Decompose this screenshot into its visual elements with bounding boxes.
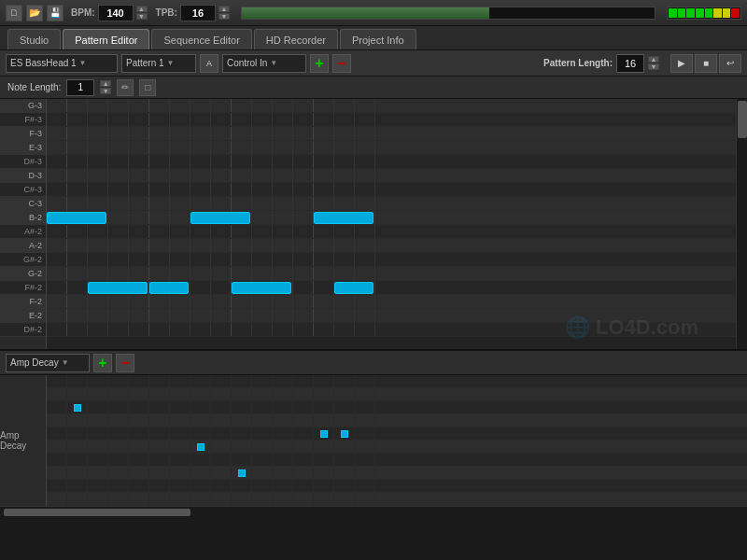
grid-cell[interactable] <box>67 267 88 280</box>
amp-cell[interactable] <box>190 480 211 492</box>
key-ds3[interactable]: D#-3 <box>0 155 46 169</box>
remove-pattern-button[interactable]: − <box>332 54 351 73</box>
amp-cell[interactable] <box>67 388 88 400</box>
grid-cell[interactable] <box>273 99 293 112</box>
grid-cell[interactable] <box>273 309 293 322</box>
amp-cell[interactable] <box>47 441 67 453</box>
instrument-dropdown[interactable]: ES BassHead 1 ▼ <box>6 54 118 73</box>
amp-cell[interactable] <box>293 467 314 479</box>
grid-cell[interactable] <box>293 141 314 154</box>
loop-button[interactable]: ↩ <box>719 54 741 73</box>
amp-cell[interactable] <box>88 401 108 413</box>
grid-cell[interactable] <box>334 155 355 168</box>
new-icon[interactable]: 🗋 <box>6 5 22 21</box>
grid-cell[interactable] <box>88 295 108 308</box>
open-icon[interactable]: 📂 <box>26 5 43 21</box>
amp-cell[interactable] <box>149 375 170 387</box>
amp-cell[interactable] <box>252 467 273 479</box>
grid-cell[interactable] <box>355 99 375 112</box>
bpm-spinner[interactable]: ▲ ▼ <box>136 6 148 20</box>
amp-cell[interactable] <box>88 388 108 400</box>
grid-cell[interactable] <box>170 239 190 252</box>
grid-cell[interactable] <box>88 197 108 210</box>
amp-cell[interactable] <box>334 401 355 413</box>
grid-cell[interactable] <box>170 309 190 322</box>
amp-cell[interactable] <box>88 375 108 387</box>
grid-cell[interactable] <box>67 141 88 154</box>
amp-cell[interactable] <box>108 414 129 427</box>
amp-cell[interactable] <box>232 493 252 505</box>
amp-cell[interactable] <box>129 375 149 387</box>
note-length-up[interactable]: ▲ <box>100 80 111 87</box>
grid-cell[interactable] <box>170 267 190 280</box>
amp-cell[interactable] <box>211 467 232 479</box>
grid-cell[interactable] <box>190 113 211 126</box>
amp-cell[interactable] <box>149 414 170 427</box>
grid-cell[interactable] <box>293 169 314 182</box>
grid-cell[interactable] <box>211 113 232 126</box>
grid-cell[interactable] <box>314 225 334 238</box>
grid-cell[interactable] <box>108 309 129 322</box>
grid-cell[interactable] <box>211 309 232 322</box>
key-e2[interactable]: E-2 <box>0 309 46 323</box>
grid-cell[interactable] <box>252 253 273 266</box>
grid-cell[interactable] <box>149 113 170 126</box>
vertical-scrollbar[interactable] <box>736 99 747 349</box>
grid-cell[interactable] <box>190 155 211 168</box>
amp-cell[interactable] <box>252 401 273 413</box>
grid-cell[interactable] <box>108 323 129 336</box>
grid-cell[interactable] <box>129 323 149 336</box>
amp-cell[interactable] <box>273 480 293 492</box>
amp-decay-dropdown[interactable]: Amp Decay ▼ <box>6 354 90 372</box>
amp-cell[interactable] <box>252 441 273 453</box>
grid-cell[interactable] <box>108 225 129 238</box>
grid-cell[interactable] <box>355 225 375 238</box>
grid-cell[interactable] <box>314 295 334 308</box>
amp-cell[interactable] <box>273 454 293 466</box>
grid-cell[interactable] <box>252 183 273 196</box>
grid-cell[interactable] <box>252 239 273 252</box>
grid-cell[interactable] <box>314 169 334 182</box>
amp-cell[interactable] <box>314 454 334 466</box>
grid-cell[interactable] <box>293 99 314 112</box>
amp-cell[interactable] <box>273 414 293 427</box>
grid-cell[interactable] <box>232 183 252 196</box>
tab-studio[interactable]: Studio <box>7 29 61 49</box>
grid-cell[interactable] <box>211 281 232 294</box>
grid-cell[interactable] <box>47 267 67 280</box>
grid-cell[interactable] <box>67 183 88 196</box>
grid-cell[interactable] <box>232 197 252 210</box>
amp-cell[interactable] <box>314 480 334 492</box>
amp-cell[interactable] <box>314 401 334 413</box>
amp-cell[interactable] <box>232 427 252 440</box>
grid-cell[interactable] <box>170 295 190 308</box>
grid-cell[interactable] <box>314 239 334 252</box>
amp-cell[interactable] <box>47 467 67 479</box>
grid-cell[interactable] <box>108 267 129 280</box>
tpb-spinner[interactable]: ▲ ▼ <box>218 6 230 20</box>
grid-cell[interactable] <box>355 113 375 126</box>
play-button[interactable]: ▶ <box>670 54 693 73</box>
amp-cell[interactable] <box>129 401 149 413</box>
grid-cell[interactable] <box>273 239 293 252</box>
grid-cell[interactable] <box>211 99 232 112</box>
grid-cell[interactable] <box>108 155 129 168</box>
amp-cell[interactable] <box>47 493 67 505</box>
note-block[interactable] <box>232 282 291 294</box>
amp-cell[interactable] <box>314 375 334 387</box>
grid-cell[interactable] <box>108 127 129 140</box>
amp-cell[interactable] <box>334 375 355 387</box>
grid-cell[interactable] <box>293 239 314 252</box>
grid-cell[interactable] <box>149 323 170 336</box>
grid-cell[interactable] <box>149 267 170 280</box>
amp-dot[interactable] <box>320 430 328 438</box>
bottom-scrollbar[interactable] <box>0 506 747 517</box>
grid-cell[interactable] <box>108 197 129 210</box>
grid-cell[interactable] <box>314 127 334 140</box>
amp-cell[interactable] <box>47 480 67 492</box>
grid-cell[interactable] <box>129 225 149 238</box>
amp-cell[interactable] <box>190 493 211 505</box>
grid-cell[interactable] <box>149 239 170 252</box>
pattern-dropdown[interactable]: Pattern 1 ▼ <box>121 54 196 73</box>
grid-cell[interactable] <box>355 267 375 280</box>
